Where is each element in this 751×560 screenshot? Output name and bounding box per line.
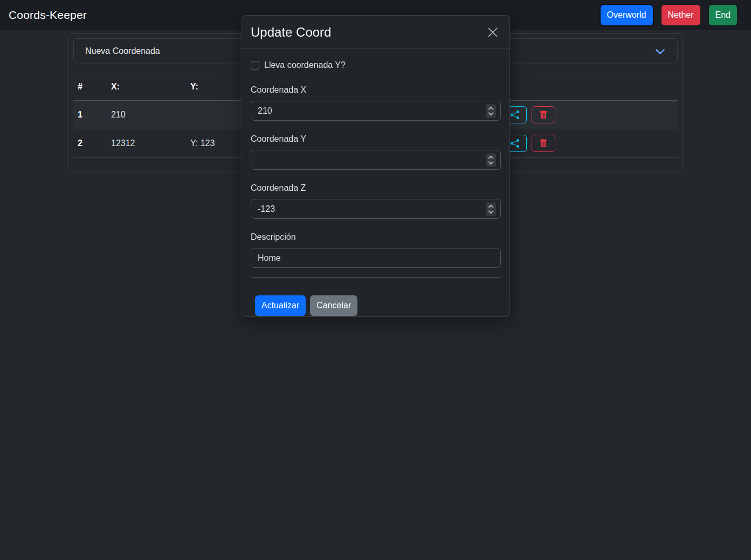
cell-x: 210 xyxy=(107,101,186,129)
row-number: 2 xyxy=(73,129,107,158)
coord-x-label: Coordenada X xyxy=(251,84,501,96)
chevron-down-icon xyxy=(655,46,665,57)
col-header-num: # xyxy=(73,73,107,101)
coord-z-input[interactable] xyxy=(251,199,501,219)
row-number: 1 xyxy=(73,101,107,129)
app-brand: Coords-Keeper xyxy=(9,9,87,22)
close-icon xyxy=(487,26,499,38)
lleva-y-checkbox[interactable] xyxy=(251,61,259,70)
number-spinner[interactable] xyxy=(486,202,496,216)
accordion-label: Nueva Coordenada xyxy=(85,46,160,56)
col-header-actions xyxy=(499,73,678,101)
share-icon xyxy=(511,110,519,119)
coord-z-label: Coordenada Z xyxy=(251,182,501,195)
trash-icon xyxy=(539,139,548,148)
trash-icon xyxy=(539,110,548,119)
cancel-button[interactable]: Cancelar xyxy=(310,295,357,316)
update-button[interactable]: Actualizar xyxy=(255,295,306,316)
checkbox-label: Lleva coordenada Y? xyxy=(264,60,346,70)
modal-title: Update Coord xyxy=(251,25,331,40)
spinner-down-icon xyxy=(488,159,494,164)
dimension-buttons: Overworld Nether End xyxy=(601,5,737,25)
footer-divider xyxy=(251,277,501,278)
number-spinner[interactable] xyxy=(486,153,496,167)
col-header-x: X: xyxy=(107,73,186,101)
modal-footer: Actualizar Cancelar xyxy=(242,286,509,327)
cell-x: 12312 xyxy=(107,129,186,158)
spinner-down-icon xyxy=(488,110,494,115)
share-icon xyxy=(511,139,519,148)
nether-button[interactable]: Nether xyxy=(662,5,700,25)
coord-y-input[interactable] xyxy=(251,150,501,170)
description-label: Descripción xyxy=(251,231,501,244)
update-coord-modal: Update Coord Lleva coordenada Y? Coorden… xyxy=(242,15,510,317)
spinner-down-icon xyxy=(488,208,494,213)
delete-button[interactable] xyxy=(532,135,555,152)
delete-button[interactable] xyxy=(532,106,555,123)
description-input[interactable] xyxy=(251,248,501,268)
close-button[interactable] xyxy=(485,24,501,40)
number-spinner[interactable] xyxy=(486,104,496,117)
coord-x-input[interactable] xyxy=(251,101,501,121)
coord-y-label: Coordenada Y xyxy=(251,133,501,146)
overworld-button[interactable]: Overworld xyxy=(601,5,653,25)
modal-body: Lleva coordenada Y? Coordenada X Coorden… xyxy=(242,49,509,286)
modal-header: Update Coord xyxy=(242,16,509,49)
end-button[interactable]: End xyxy=(709,5,737,25)
